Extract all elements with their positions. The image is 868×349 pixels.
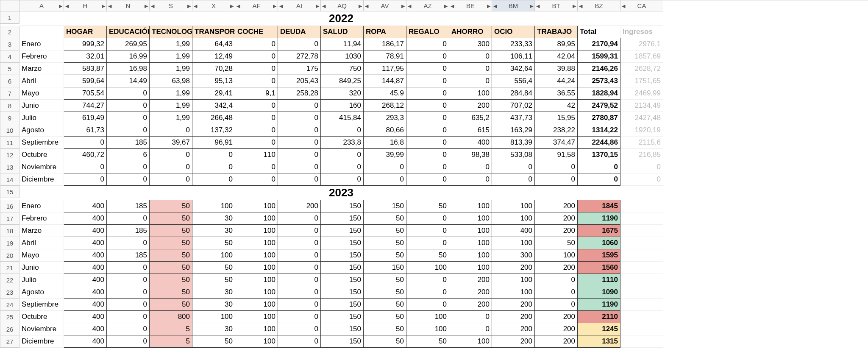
- value-cell[interactable]: 0: [278, 161, 321, 173]
- value-cell[interactable]: 0: [235, 173, 278, 186]
- value-cell[interactable]: 0: [107, 100, 150, 112]
- value-cell[interactable]: 150: [321, 237, 364, 249]
- value-cell[interactable]: 100: [535, 249, 578, 262]
- value-cell[interactable]: 0: [150, 149, 192, 161]
- ingresos-cell[interactable]: [620, 225, 663, 237]
- value-cell[interactable]: 6: [107, 149, 150, 161]
- col-collapse-right-icon[interactable]: ▶: [273, 3, 276, 8]
- value-cell[interactable]: 117,95: [364, 63, 406, 75]
- ingresos-cell[interactable]: 2134,49: [620, 100, 663, 112]
- ingresos-cell[interactable]: [620, 212, 663, 225]
- col-header-AZ[interactable]: AZ◀▶: [406, 0, 449, 11]
- value-cell[interactable]: 0: [321, 173, 364, 186]
- value-cell[interactable]: 0: [406, 299, 449, 311]
- row-header-24[interactable]: 24: [0, 299, 19, 311]
- value-cell[interactable]: 0: [406, 137, 449, 149]
- col-collapse-right-icon[interactable]: ▶: [487, 3, 490, 8]
- value-cell[interactable]: 400: [64, 286, 107, 299]
- value-cell[interactable]: 272,78: [278, 50, 321, 63]
- col-collapse-left-icon[interactable]: ◀: [579, 3, 582, 8]
- col-collapse-right-icon[interactable]: ▶: [316, 3, 319, 8]
- col-collapse-left-icon[interactable]: ◀: [365, 3, 368, 8]
- value-cell[interactable]: 0: [278, 112, 321, 124]
- value-cell[interactable]: 150: [364, 262, 406, 274]
- value-cell[interactable]: 0: [107, 212, 150, 225]
- value-cell[interactable]: 50: [364, 299, 406, 311]
- value-cell[interactable]: 0: [278, 335, 321, 348]
- value-cell[interactable]: 0: [492, 173, 535, 186]
- value-cell[interactable]: 0: [406, 286, 449, 299]
- value-cell[interactable]: 100: [492, 274, 535, 286]
- col-header-H[interactable]: H◀▶: [64, 0, 107, 11]
- ingresos-cell[interactable]: 1920,19: [620, 124, 663, 137]
- value-cell[interactable]: 293,3: [364, 112, 406, 124]
- value-cell[interactable]: 16,8: [364, 137, 406, 149]
- total-cell[interactable]: 1595: [578, 249, 620, 262]
- value-cell[interactable]: 9,1: [235, 87, 278, 100]
- value-cell[interactable]: 100: [449, 249, 492, 262]
- value-cell[interactable]: 0: [535, 173, 578, 186]
- ingresos-cell[interactable]: [620, 335, 663, 348]
- ingresos-cell[interactable]: 2976,1: [620, 38, 663, 50]
- col-collapse-right-icon[interactable]: ▶: [59, 3, 62, 8]
- total-cell[interactable]: 1110: [578, 274, 620, 286]
- ingresos-cell[interactable]: [620, 200, 663, 212]
- value-cell[interactable]: 0: [278, 286, 321, 299]
- month-label[interactable]: Octubre: [19, 149, 64, 161]
- value-cell[interactable]: 0: [192, 161, 235, 173]
- value-cell[interactable]: 200: [492, 335, 535, 348]
- value-cell[interactable]: 0: [64, 173, 107, 186]
- value-cell[interactable]: 400: [64, 212, 107, 225]
- col-collapse-right-icon[interactable]: ▶: [359, 3, 362, 8]
- value-cell[interactable]: 0: [364, 161, 406, 173]
- value-cell[interactable]: 619,49: [64, 112, 107, 124]
- total-cell[interactable]: 1599,31: [578, 50, 620, 63]
- col-collapse-left-icon[interactable]: ◀: [493, 3, 497, 8]
- value-cell[interactable]: 0: [150, 161, 192, 173]
- value-cell[interactable]: 78,91: [364, 50, 406, 63]
- value-cell[interactable]: 0: [107, 161, 150, 173]
- month-label[interactable]: Diciembre: [19, 335, 64, 348]
- value-cell[interactable]: 150: [364, 200, 406, 212]
- value-cell[interactable]: 185: [107, 200, 150, 212]
- value-cell[interactable]: 200: [449, 299, 492, 311]
- col-collapse-left-icon[interactable]: ◀: [322, 3, 326, 8]
- value-cell[interactable]: 205,43: [278, 75, 321, 87]
- col-collapse-left-icon[interactable]: ◀: [451, 3, 454, 8]
- value-cell[interactable]: 80,66: [364, 124, 406, 137]
- value-cell[interactable]: 0: [278, 237, 321, 249]
- value-cell[interactable]: 100: [449, 87, 492, 100]
- value-cell[interactable]: 705,54: [64, 87, 107, 100]
- total-cell[interactable]: 2479,52: [578, 100, 620, 112]
- col-header-A[interactable]: A▶: [19, 0, 64, 11]
- value-cell[interactable]: 200: [278, 200, 321, 212]
- value-cell[interactable]: 0: [449, 50, 492, 63]
- value-cell[interactable]: 200: [535, 212, 578, 225]
- col-header-S[interactable]: S◀▶: [150, 0, 192, 11]
- col-collapse-right-icon[interactable]: ▶: [530, 3, 533, 8]
- col-header-BZ[interactable]: BZ◀: [578, 0, 620, 11]
- value-cell[interactable]: 185: [107, 249, 150, 262]
- value-cell[interactable]: 0: [406, 124, 449, 137]
- value-cell[interactable]: 0: [150, 124, 192, 137]
- value-cell[interactable]: 744,27: [64, 100, 107, 112]
- value-cell[interactable]: 0: [64, 161, 107, 173]
- value-cell[interactable]: 999,32: [64, 38, 107, 50]
- value-cell[interactable]: 1,99: [150, 100, 192, 112]
- month-label[interactable]: Diciembre: [19, 173, 64, 186]
- total-cell[interactable]: 2146,26: [578, 63, 620, 75]
- value-cell[interactable]: 0: [235, 100, 278, 112]
- value-cell[interactable]: 400: [64, 237, 107, 249]
- row-header-27[interactable]: 27: [0, 335, 19, 348]
- value-cell[interactable]: 0: [406, 38, 449, 50]
- value-cell[interactable]: 100: [406, 311, 449, 323]
- row-header-11[interactable]: 11: [0, 137, 19, 149]
- value-cell[interactable]: 0: [278, 173, 321, 186]
- value-cell[interactable]: 0: [535, 299, 578, 311]
- month-label[interactable]: Febrero: [19, 50, 64, 63]
- value-cell[interactable]: 100: [235, 212, 278, 225]
- total-cell[interactable]: 1675: [578, 225, 620, 237]
- value-cell[interactable]: 50: [150, 286, 192, 299]
- col-header-BT[interactable]: BT◀▶: [535, 0, 578, 11]
- value-cell[interactable]: 0: [535, 161, 578, 173]
